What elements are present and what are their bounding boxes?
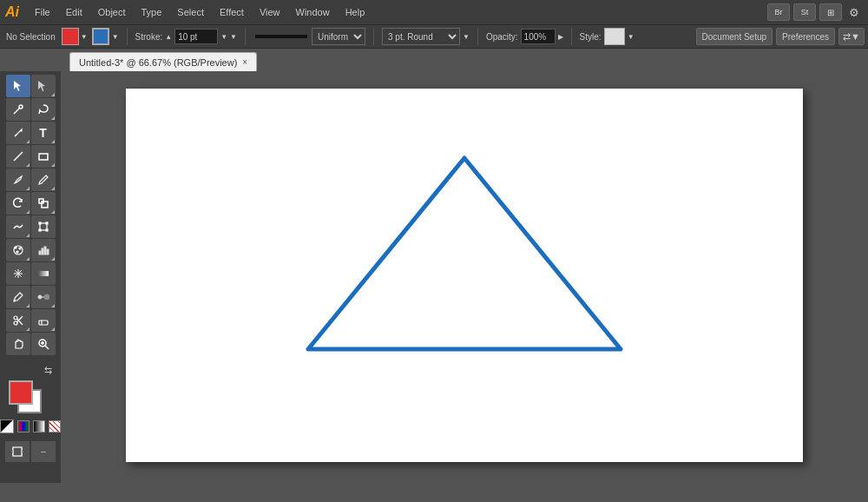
svg-line-37 <box>45 346 49 349</box>
svg-rect-10 <box>39 222 41 224</box>
search-icon[interactable]: ⚙ <box>845 3 863 21</box>
menu-object[interactable]: Object <box>91 5 133 19</box>
stroke-cap-select[interactable]: 3 pt. Round <box>382 28 460 45</box>
svg-rect-18 <box>39 251 41 254</box>
pen-tool[interactable] <box>6 122 30 144</box>
mesh-tool[interactable] <box>6 262 30 285</box>
zoom-tool[interactable] <box>31 333 56 355</box>
stroke-type-swatch[interactable] <box>92 28 109 45</box>
scale-tool[interactable] <box>31 192 56 215</box>
pencil-tool[interactable] <box>31 168 56 191</box>
symbol-sprayer-tool[interactable] <box>6 239 30 261</box>
selection-indicator: No Selection ▼ ▼ <box>3 28 122 45</box>
tools-panel: T <box>0 71 61 483</box>
svg-point-16 <box>19 248 21 249</box>
type-tool[interactable]: T <box>31 122 56 144</box>
svg-rect-34 <box>39 320 48 325</box>
opacity-dropdown[interactable]: ▶ <box>558 33 563 41</box>
warp-tool[interactable] <box>6 215 30 238</box>
svg-rect-13 <box>46 229 48 231</box>
svg-rect-19 <box>42 248 43 254</box>
rotate-tool[interactable] <box>6 192 30 215</box>
svg-rect-21 <box>47 249 49 254</box>
stroke-swatch-dropdown[interactable]: ▼ <box>112 33 119 41</box>
bridge-icon[interactable]: Br <box>767 3 790 21</box>
preferences-button[interactable]: Preferences <box>776 28 835 45</box>
style-dropdown[interactable]: ▼ <box>628 33 635 41</box>
svg-point-15 <box>15 247 16 248</box>
svg-line-5 <box>14 152 23 161</box>
free-transform-tool[interactable] <box>31 215 56 238</box>
stroke-style-select[interactable]: Uniform <box>312 28 365 45</box>
selection-tool[interactable] <box>6 75 30 97</box>
menu-help[interactable]: Help <box>339 5 372 19</box>
menu-file[interactable]: File <box>28 5 57 19</box>
menu-effect[interactable]: Effect <box>213 5 251 19</box>
svg-rect-26 <box>38 271 49 276</box>
workspace-icon[interactable]: ⊞ <box>819 3 842 21</box>
opacity-label: Opacity: <box>486 32 518 42</box>
arrange-icon[interactable]: ⇄▼ <box>838 28 865 45</box>
canvas-area[interactable] <box>61 71 868 483</box>
foreground-color-box[interactable] <box>9 380 33 405</box>
eyedropper-tool[interactable] <box>6 286 30 308</box>
svg-point-27 <box>38 295 42 299</box>
rectangle-tool[interactable] <box>31 145 56 168</box>
svg-point-17 <box>16 251 18 253</box>
stroke-cap-section: 3 pt. Round ▼ <box>379 28 472 45</box>
main-area: T <box>0 71 868 483</box>
menu-edit[interactable]: Edit <box>59 5 89 19</box>
column-graph-tool[interactable] <box>31 239 56 261</box>
document-setup-button[interactable]: Document Setup <box>696 28 773 45</box>
menu-window[interactable]: Window <box>289 5 337 19</box>
document-tab[interactable]: Untitled-3* @ 66.67% (RGB/Preview) × <box>69 52 257 71</box>
none-swatch-button[interactable] <box>49 420 61 433</box>
tab-title: Untitled-3* @ 66.67% (RGB/Preview) <box>79 57 237 68</box>
stroke-up-arrow[interactable]: ▲ <box>165 33 172 41</box>
swatch-dropdown[interactable]: ▼ <box>81 33 88 41</box>
svg-rect-7 <box>42 201 48 208</box>
cap-dropdown[interactable]: ▼ <box>463 33 470 41</box>
hand-tool[interactable] <box>6 333 30 355</box>
default-colors-button[interactable] <box>0 419 14 433</box>
stroke-down-arrow[interactable]: ▼ <box>230 33 237 41</box>
stroke-value-input[interactable] <box>174 29 218 44</box>
magic-wand-tool[interactable] <box>6 98 30 121</box>
gradient-tool[interactable] <box>31 262 56 285</box>
fill-color-swatch[interactable] <box>62 28 79 45</box>
svg-line-4 <box>15 135 16 136</box>
stroke-dropdown[interactable]: ▼ <box>220 33 227 41</box>
tabs-area: Untitled-3* @ 66.67% (RGB/Preview) × <box>0 49 868 71</box>
stroke-label: Stroke: <box>135 32 163 42</box>
svg-rect-6 <box>39 154 48 160</box>
svg-rect-20 <box>44 247 46 254</box>
toolbar: No Selection ▼ ▼ Stroke: ▲ ▼ ▼ Uniform 3… <box>0 24 868 49</box>
artboard <box>126 89 803 462</box>
paintbrush-tool[interactable] <box>6 168 30 191</box>
stroke-line-section: Uniform <box>251 28 368 45</box>
style-swatch[interactable] <box>604 28 625 45</box>
swap-colors-button[interactable]: ⇆ <box>44 365 52 376</box>
color-mode-button[interactable] <box>17 420 30 433</box>
line-tool[interactable] <box>6 145 30 168</box>
menu-select[interactable]: Select <box>170 5 211 19</box>
direct-selection-tool[interactable] <box>31 75 56 97</box>
eraser-tool[interactable] <box>31 309 56 332</box>
scissors-tool[interactable] <box>6 309 30 332</box>
triangle-shape <box>308 158 621 349</box>
svg-rect-11 <box>46 222 48 224</box>
blend-tool[interactable] <box>31 286 56 308</box>
svg-point-3 <box>19 105 23 109</box>
artboard-tool[interactable] <box>5 441 30 462</box>
style-label: Style: <box>580 32 602 42</box>
stock-icon[interactable]: St <box>793 3 816 21</box>
opacity-input[interactable] <box>521 29 556 44</box>
tab-close-button[interactable]: × <box>242 57 247 67</box>
menu-type[interactable]: Type <box>135 5 169 19</box>
lasso-tool[interactable] <box>31 98 56 121</box>
svg-rect-12 <box>39 229 41 231</box>
zoom-out-tool[interactable]: − <box>31 441 56 462</box>
gradient-swatch-button[interactable] <box>33 420 45 433</box>
menu-view[interactable]: View <box>253 5 287 19</box>
selection-label: No Selection <box>6 32 56 42</box>
